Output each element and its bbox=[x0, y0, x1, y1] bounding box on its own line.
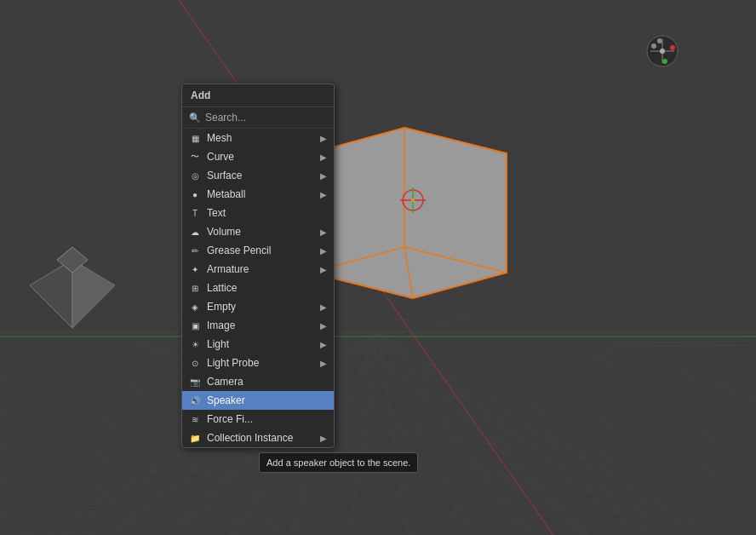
menu-item-label-surface: Surface bbox=[207, 170, 314, 181]
menu-item-label-text: Text bbox=[207, 207, 327, 219]
force-field-icon: ≋ bbox=[189, 413, 201, 425]
menu-item-lattice[interactable]: ⊞Lattice bbox=[182, 279, 334, 297]
menu-item-label-image: Image bbox=[207, 319, 314, 331]
search-icon: 🔍 bbox=[189, 112, 201, 124]
submenu-arrow-image: ▶ bbox=[320, 321, 327, 331]
add-menu: Add 🔍 Search... ▦Mesh▶〜Curve▶◎Surface▶●M… bbox=[181, 83, 335, 448]
menu-item-metaball[interactable]: ●Metaball▶ bbox=[182, 185, 334, 204]
light-icon: ☀ bbox=[189, 338, 201, 350]
menu-item-speaker[interactable]: 🔊Speaker bbox=[182, 391, 334, 410]
submenu-arrow-volume: ▶ bbox=[320, 227, 327, 237]
menu-item-label-volume: Volume bbox=[207, 226, 314, 238]
menu-item-light-probe[interactable]: ⊙Light Probe▶ bbox=[182, 354, 334, 372]
menu-item-label-collection-instance: Collection Instance bbox=[207, 432, 314, 444]
submenu-arrow-metaball: ▶ bbox=[320, 190, 327, 199]
menu-item-text[interactable]: TText bbox=[182, 204, 334, 222]
menu-item-empty[interactable]: ◈Empty▶ bbox=[182, 297, 334, 316]
menu-item-surface[interactable]: ◎Surface▶ bbox=[182, 166, 334, 185]
submenu-arrow-armature: ▶ bbox=[320, 265, 327, 274]
mesh-icon: ▦ bbox=[189, 132, 201, 144]
menu-item-armature[interactable]: ✦Armature▶ bbox=[182, 260, 334, 279]
menu-item-collection-instance[interactable]: 📁Collection Instance▶ bbox=[182, 429, 334, 447]
submenu-arrow-light: ▶ bbox=[320, 340, 327, 349]
text-icon: T bbox=[189, 207, 201, 219]
3d-viewport[interactable] bbox=[0, 0, 756, 535]
menu-item-volume[interactable]: ☁Volume▶ bbox=[182, 222, 334, 241]
menu-item-label-light-probe: Light Probe bbox=[207, 357, 314, 369]
menu-item-label-grease-pencil: Grease Pencil bbox=[207, 244, 314, 256]
grease-pencil-icon: ✏ bbox=[189, 244, 201, 256]
menu-item-label-mesh: Mesh bbox=[207, 132, 314, 144]
menu-item-image[interactable]: ▣Image▶ bbox=[182, 316, 334, 335]
svg-point-58 bbox=[657, 38, 662, 43]
menu-item-label-force-field: Force Fi... bbox=[207, 413, 327, 425]
svg-point-54 bbox=[660, 49, 665, 54]
menu-item-force-field[interactable]: ≋Force Fi... bbox=[182, 410, 334, 429]
submenu-arrow-mesh: ▶ bbox=[320, 134, 327, 143]
submenu-arrow-collection-instance: ▶ bbox=[320, 434, 327, 443]
armature-icon: ✦ bbox=[189, 263, 201, 275]
menu-item-label-empty: Empty bbox=[207, 301, 314, 313]
menu-item-label-speaker: Speaker bbox=[207, 394, 327, 406]
menu-item-label-lattice: Lattice bbox=[207, 282, 327, 294]
menu-item-label-armature: Armature bbox=[207, 263, 314, 275]
camera-icon: 📷 bbox=[189, 376, 201, 388]
menu-item-grease-pencil[interactable]: ✏Grease Pencil▶ bbox=[182, 241, 334, 260]
collection-icon: 📁 bbox=[189, 432, 201, 444]
submenu-arrow-surface: ▶ bbox=[320, 171, 327, 181]
menu-item-label-curve: Curve bbox=[207, 151, 314, 163]
menu-item-label-light: Light bbox=[207, 338, 314, 350]
menu-item-curve[interactable]: 〜Curve▶ bbox=[182, 147, 334, 166]
empty-icon: ◈ bbox=[189, 301, 201, 313]
svg-point-55 bbox=[670, 45, 675, 50]
menu-title: Add bbox=[182, 84, 334, 107]
submenu-arrow-grease-pencil: ▶ bbox=[320, 246, 327, 256]
svg-point-56 bbox=[651, 43, 656, 49]
submenu-arrow-light-probe: ▶ bbox=[320, 359, 327, 368]
menu-item-label-camera: Camera bbox=[207, 376, 327, 388]
volume-icon: ☁ bbox=[189, 226, 201, 238]
image-icon: ▣ bbox=[189, 319, 201, 331]
menu-item-camera[interactable]: 📷Camera bbox=[182, 372, 334, 391]
surface-icon: ◎ bbox=[189, 170, 201, 181]
menu-items-list: ▦Mesh▶〜Curve▶◎Surface▶●Metaball▶TText☁Vo… bbox=[182, 129, 334, 447]
svg-point-49 bbox=[411, 198, 415, 202]
speaker-icon: 🔊 bbox=[189, 394, 201, 406]
metaball-icon: ● bbox=[189, 188, 201, 200]
menu-item-mesh[interactable]: ▦Mesh▶ bbox=[182, 129, 334, 147]
search-placeholder: Search... bbox=[205, 112, 246, 124]
lattice-icon: ⊞ bbox=[189, 282, 201, 294]
menu-item-label-metaball: Metaball bbox=[207, 188, 314, 200]
search-row[interactable]: 🔍 Search... bbox=[182, 107, 334, 129]
svg-point-57 bbox=[662, 59, 667, 64]
menu-item-light[interactable]: ☀Light▶ bbox=[182, 335, 334, 354]
light-probe-icon: ⊙ bbox=[189, 357, 201, 369]
submenu-arrow-curve: ▶ bbox=[320, 152, 327, 162]
submenu-arrow-empty: ▶ bbox=[320, 302, 327, 312]
curve-icon: 〜 bbox=[189, 151, 201, 163]
